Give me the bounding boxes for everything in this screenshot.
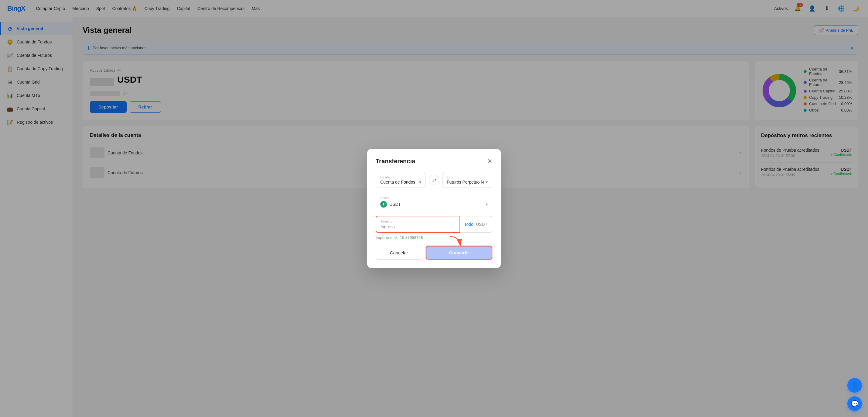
modal-header: Transferencia ✕ — [376, 157, 492, 165]
floating-chat-btn[interactable]: 💬 — [847, 396, 862, 411]
currency-select[interactable]: Divisa T USDT ▾ — [376, 193, 492, 211]
modal-title: Transferencia — [376, 158, 415, 165]
usdt-label-right: USDT — [476, 222, 488, 227]
amount-row: Tamaño Todo USDT — [376, 216, 492, 233]
transfer-from-to-row: Desde Cuenta de Fondos ▾ ⇄ a Futuros Per… — [376, 172, 492, 188]
to-select[interactable]: a Futuros Perpetuo N ▾ — [442, 172, 492, 188]
transfer-modal: Transferencia ✕ Desde Cuenta de Fondos ▾… — [367, 149, 501, 268]
currency-token: T USDT — [380, 201, 401, 208]
amount-right: Todo USDT — [460, 216, 492, 233]
amount-input-wrap: Tamaño — [376, 216, 460, 233]
modal-actions: Cancelar Convertir — [376, 246, 492, 260]
to-value-row: Futuros Perpetuo N ▾ — [447, 180, 488, 184]
from-value: Cuenta de Fondos — [380, 180, 415, 184]
chevron-down-icon-3: ▾ — [486, 202, 488, 207]
swap-icon[interactable]: ⇄ — [429, 175, 439, 185]
currency-value-row: T USDT ▾ — [380, 201, 488, 208]
to-value: Futuros Perpetuo N — [447, 180, 484, 184]
chevron-down-icon-2: ▾ — [486, 180, 488, 184]
max-info-text: Importe máx: 16.37958768 — [376, 235, 492, 240]
usdt-icon: T — [380, 201, 387, 208]
arrow-annotation — [447, 235, 465, 250]
modal-close-button[interactable]: ✕ — [487, 157, 492, 165]
currency-label: Divisa — [380, 196, 488, 200]
amount-input[interactable] — [380, 224, 455, 229]
from-value-row: Cuenta de Fondos ▾ — [380, 180, 421, 184]
todo-button[interactable]: Todo — [464, 222, 473, 227]
cancel-button[interactable]: Cancelar — [376, 246, 422, 260]
modal-overlay: Transferencia ✕ Desde Cuenta de Fondos ▾… — [0, 0, 868, 417]
from-select[interactable]: Desde Cuenta de Fondos ▾ — [376, 172, 426, 188]
chevron-down-icon: ▾ — [419, 180, 421, 184]
amount-label: Tamaño — [380, 219, 455, 223]
floating-support-btn[interactable]: 👤 — [847, 378, 862, 393]
from-label: Desde — [380, 175, 421, 179]
currency-value-text: USDT — [390, 202, 401, 207]
to-label: a — [447, 175, 488, 179]
